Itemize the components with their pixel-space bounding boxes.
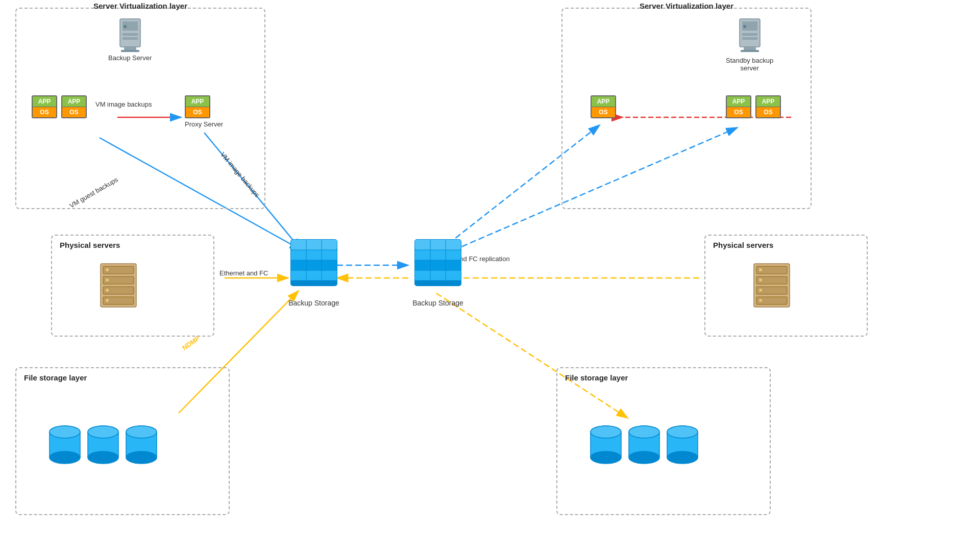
svg-point-82 xyxy=(759,268,762,271)
svg-point-83 xyxy=(759,278,762,282)
svg-rect-63 xyxy=(415,281,461,286)
vm-image-backups-label: VM image backups xyxy=(95,100,152,108)
left-virt-box: Server Virtualization layer Backup Serve… xyxy=(15,8,265,209)
left-virt-label: Server Virtualization layer xyxy=(93,2,187,10)
svg-rect-21 xyxy=(122,33,138,36)
svg-point-89 xyxy=(591,426,621,438)
left-physical-server-icon xyxy=(98,261,149,312)
svg-rect-73 xyxy=(742,33,757,36)
right-physical-server-icon xyxy=(751,261,802,312)
left-physical-label: Physical servers xyxy=(60,241,120,249)
svg-point-30 xyxy=(106,268,109,271)
left-backup-storage: Backup Storage xyxy=(288,235,339,307)
right-app-block-1: APP OS xyxy=(726,95,751,118)
right-virt-box: Server Virtualization layer Standby back… xyxy=(561,8,812,209)
svg-rect-35 xyxy=(291,240,337,250)
svg-rect-62 xyxy=(415,270,461,281)
svg-point-88 xyxy=(591,451,621,464)
svg-point-49 xyxy=(50,426,80,438)
svg-rect-37 xyxy=(291,260,337,270)
svg-rect-24 xyxy=(121,50,139,52)
left-backup-storage-label: Backup Storage xyxy=(288,299,339,307)
right-physical-label: Physical servers xyxy=(713,241,773,249)
svg-point-85 xyxy=(759,299,762,302)
left-backup-storage-icon xyxy=(288,235,339,296)
svg-point-20 xyxy=(124,25,127,28)
svg-point-48 xyxy=(50,451,80,464)
left-physical-box: Physical servers xyxy=(51,235,214,337)
svg-point-53 xyxy=(88,426,118,438)
right-virt-label: Server Virtualization layer xyxy=(640,2,733,10)
svg-rect-38 xyxy=(291,270,337,281)
left-file-storage-icon xyxy=(47,419,159,465)
ndmp-label: NDMP xyxy=(181,334,201,351)
svg-point-96 xyxy=(667,451,698,464)
svg-point-52 xyxy=(88,451,118,464)
right-app-block-2: APP OS xyxy=(755,95,781,118)
svg-rect-76 xyxy=(741,50,759,52)
svg-rect-61 xyxy=(415,260,461,270)
right-physical-box: Physical servers xyxy=(704,235,868,337)
svg-rect-75 xyxy=(744,47,756,50)
left-app-block-proxy: APP OS xyxy=(185,95,210,118)
svg-point-93 xyxy=(629,426,659,438)
svg-point-97 xyxy=(667,426,698,438)
right-app-block-single: APP OS xyxy=(591,95,616,118)
backup-server-label: Backup Server xyxy=(108,54,152,62)
right-backup-storage: Backup Storage xyxy=(412,235,463,307)
svg-point-32 xyxy=(106,289,109,292)
svg-rect-39 xyxy=(291,281,337,286)
svg-rect-59 xyxy=(415,240,461,250)
right-backup-storage-icon xyxy=(412,235,463,296)
standby-server-icon xyxy=(729,14,770,55)
backup-server-icon xyxy=(110,14,151,55)
svg-rect-60 xyxy=(415,250,461,260)
svg-point-84 xyxy=(759,289,762,292)
svg-rect-36 xyxy=(291,250,337,260)
left-app-block-1: APP OS xyxy=(32,95,57,118)
svg-point-72 xyxy=(743,25,746,28)
svg-rect-74 xyxy=(742,37,757,40)
svg-point-92 xyxy=(629,451,659,464)
left-file-storage-box: File storage layer xyxy=(15,367,230,515)
right-file-storage-box: File storage layer xyxy=(556,367,771,515)
svg-point-31 xyxy=(106,278,109,282)
right-file-storage-label: File storage layer xyxy=(565,373,628,382)
standby-server-label: Standby backup server xyxy=(726,57,773,72)
right-backup-storage-label: Backup Storage xyxy=(412,299,463,307)
svg-point-57 xyxy=(126,426,157,438)
left-file-storage-label: File storage layer xyxy=(24,373,87,382)
right-file-storage-icon xyxy=(588,419,700,465)
left-app-block-2: APP OS xyxy=(61,95,87,118)
proxy-server-label: Proxy Server xyxy=(185,120,223,128)
diagram: Server Virtualization layer Backup Serve… xyxy=(0,0,980,535)
svg-rect-22 xyxy=(122,37,138,40)
svg-point-56 xyxy=(126,451,157,464)
svg-point-33 xyxy=(106,299,109,302)
svg-rect-23 xyxy=(124,47,136,50)
ethernet-fc-label: Ethernet and FC xyxy=(219,269,268,277)
